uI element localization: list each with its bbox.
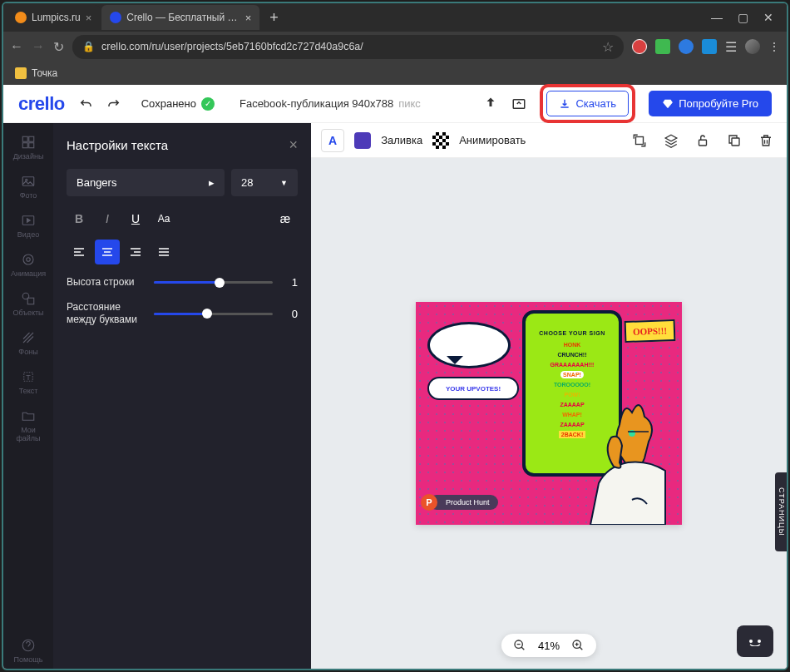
- rail-help[interactable]: Помощь: [8, 633, 48, 669]
- extension-icon[interactable]: [679, 39, 694, 54]
- line-height-slider[interactable]: [154, 281, 273, 284]
- font-size-value: 28: [241, 176, 253, 189]
- highlight-annotation: Скачать: [540, 84, 635, 123]
- browser-tab-active[interactable]: Crello — Бесплатный инструмен ×: [101, 5, 259, 30]
- logo[interactable]: crello: [18, 93, 65, 115]
- svg-point-18: [629, 430, 635, 437]
- redo-icon[interactable]: [106, 96, 121, 111]
- forward-icon[interactable]: →: [32, 39, 45, 54]
- chat-icon[interactable]: [737, 625, 773, 657]
- document-name[interactable]: Facebook-публикация 940x788 пикс: [239, 97, 421, 110]
- tab-title: Crello — Бесплатный инструмен: [126, 12, 239, 23]
- fill-swatch[interactable]: [354, 132, 371, 149]
- doc-name-text: Facebook-публикация 940x788: [239, 97, 393, 110]
- artboard[interactable]: YOUR UPVOTES! OOPS!!! CHOOSE YOUR SIGN H…: [416, 302, 682, 525]
- rail-photo[interactable]: Фото: [8, 169, 48, 205]
- rail-text[interactable]: T Текст: [8, 364, 48, 400]
- letter-spacing-slider[interactable]: [154, 313, 273, 315]
- tab-favicon: [110, 12, 121, 23]
- close-icon[interactable]: ×: [289, 136, 298, 154]
- font-name-value: Bangers: [77, 176, 116, 189]
- svg-rect-16: [699, 140, 707, 146]
- resize-icon[interactable]: [511, 96, 526, 111]
- extension-icon[interactable]: [702, 39, 717, 54]
- canvas-viewport[interactable]: YOUR UPVOTES! OOPS!!! CHOOSE YOUR SIGN H…: [311, 158, 787, 669]
- line-height-label: Высота строки: [67, 276, 146, 289]
- bookmarks-bar: Точка: [3, 62, 787, 85]
- layers-icon[interactable]: [660, 130, 682, 151]
- animate-button[interactable]: Анимировать: [459, 134, 526, 146]
- lock-icon: 🔒: [82, 41, 95, 52]
- try-pro-button[interactable]: Попробуйте Pro: [649, 91, 772, 116]
- zoom-control: 41%: [501, 634, 596, 657]
- star-icon[interactable]: ☆: [602, 39, 614, 55]
- align-right-button[interactable]: [123, 240, 148, 264]
- font-family-select[interactable]: Bangers ▸: [67, 169, 225, 196]
- font-size-select[interactable]: 28 ▼: [231, 169, 298, 196]
- avatar[interactable]: [745, 39, 760, 54]
- share-icon[interactable]: [483, 96, 498, 111]
- new-tab-button[interactable]: +: [261, 9, 287, 27]
- bookmark-item[interactable]: Точка: [32, 67, 57, 79]
- doc-unit: пикс: [398, 97, 421, 110]
- reload-icon[interactable]: ↻: [53, 39, 64, 55]
- svg-rect-15: [636, 136, 644, 144]
- rail-designs[interactable]: Дизайны: [8, 130, 48, 166]
- extension-icon[interactable]: [655, 39, 670, 54]
- download-button[interactable]: Скачать: [546, 91, 629, 116]
- italic-button[interactable]: I: [95, 206, 120, 231]
- underline-button[interactable]: U: [123, 206, 148, 231]
- undo-icon[interactable]: [78, 96, 93, 111]
- url-input[interactable]: 🔒 crello.com/ru/user/projects/5eb7160bfc…: [72, 35, 624, 59]
- rail-animation[interactable]: Анимация: [8, 247, 48, 283]
- zoom-out-icon[interactable]: [513, 639, 526, 652]
- bold-button[interactable]: B: [67, 206, 91, 231]
- diamond-icon: [662, 98, 674, 110]
- align-justify-button[interactable]: [151, 240, 176, 264]
- oops-bubble: OOPS!!!: [625, 319, 676, 343]
- lock-icon[interactable]: [692, 130, 713, 151]
- product-hunt-badge-icon: P: [421, 494, 437, 511]
- browser-tab-inactive[interactable]: Lumpics.ru ×: [7, 5, 100, 30]
- cat-illustration: [549, 392, 674, 525]
- try-pro-label: Попробуйте Pro: [679, 97, 758, 110]
- duplicate-icon[interactable]: [723, 130, 745, 151]
- saved-label: Сохранено: [141, 97, 196, 110]
- case-button[interactable]: Aa: [151, 206, 176, 231]
- close-icon[interactable]: ×: [86, 12, 92, 24]
- back-icon[interactable]: ←: [10, 39, 23, 54]
- transparency-button[interactable]: [432, 132, 449, 149]
- close-icon[interactable]: ×: [245, 12, 252, 24]
- zoom-in-icon[interactable]: [571, 639, 585, 652]
- saved-check-icon: ✓: [201, 97, 215, 111]
- rail-my-files[interactable]: Мои файлы: [8, 403, 48, 447]
- url-bar: ← → ↻ 🔒 crello.com/ru/user/projects/5eb7…: [3, 32, 787, 62]
- align-center-button[interactable]: [95, 240, 120, 264]
- rail-video[interactable]: Видео: [8, 208, 48, 244]
- rail-backgrounds[interactable]: Фоны: [8, 325, 48, 361]
- fill-label[interactable]: Заливка: [381, 134, 422, 146]
- effects-icon[interactable]: [629, 130, 650, 151]
- panel-title: Настройки текста: [67, 138, 168, 152]
- rail-objects[interactable]: Объекты: [8, 286, 48, 322]
- close-icon[interactable]: ✕: [763, 11, 773, 24]
- svg-rect-0: [514, 99, 526, 108]
- minimize-icon[interactable]: —: [711, 11, 723, 24]
- align-left-button[interactable]: [67, 240, 91, 264]
- svg-point-8: [27, 258, 31, 262]
- bookmark-folder-icon: [15, 67, 27, 79]
- text-color-button[interactable]: A: [321, 129, 344, 152]
- svg-text:T: T: [26, 373, 31, 382]
- maximize-icon[interactable]: ▢: [738, 11, 748, 24]
- extension-icon[interactable]: [632, 39, 647, 54]
- pages-tab[interactable]: СТРАНИЦЫ: [775, 472, 787, 551]
- zoom-value[interactable]: 41%: [538, 640, 560, 652]
- text-settings-panel: Настройки текста × Bangers ▸ 28 ▼ B I: [53, 123, 311, 669]
- menu-icon[interactable]: ⋮: [768, 40, 780, 53]
- svg-rect-4: [29, 143, 34, 148]
- ligature-button[interactable]: æ: [273, 206, 298, 231]
- delete-icon[interactable]: [755, 130, 777, 151]
- chevron-right-icon: ▸: [209, 176, 215, 189]
- svg-point-22: [758, 640, 761, 643]
- extension-icon[interactable]: ☰: [725, 39, 737, 55]
